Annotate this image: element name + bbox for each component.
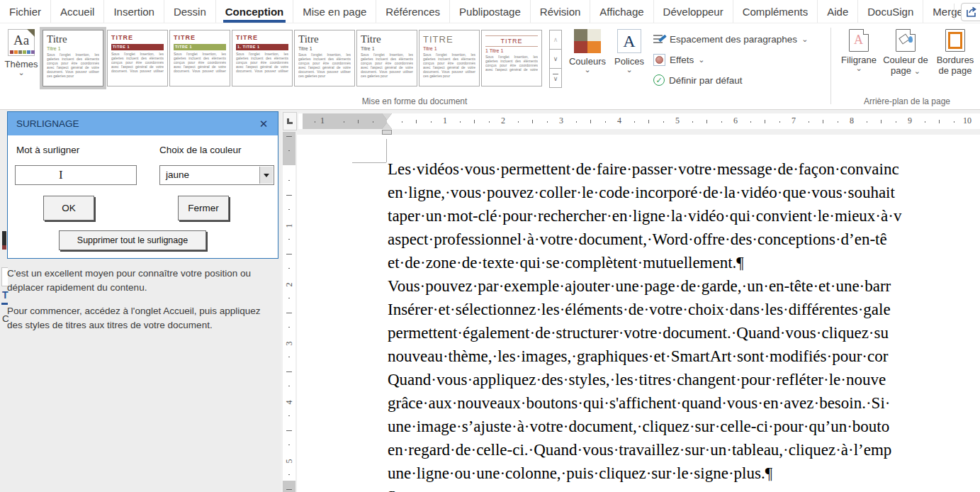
menu-tab-docusign[interactable]: DocuSign (858, 0, 923, 23)
nav-heading-fragment (2, 231, 6, 245)
horizontal-ruler[interactable]: 112345678910 (298, 113, 980, 129)
tab-stop-selector[interactable] (283, 112, 297, 130)
ruler-number: 8 (850, 116, 854, 126)
effets-button[interactable]: Effets ⌄ (653, 51, 705, 68)
color-dropdown[interactable]: jaune (159, 165, 274, 185)
ruler-tick (288, 268, 290, 269)
dialog-titlebar[interactable]: SURLIGNAGE (8, 112, 278, 135)
thumb-subtitle: TITRE 1 (111, 44, 164, 50)
word-to-highlight-input[interactable] (15, 165, 137, 185)
ribbon: Aa Thèmes ⌄ TitreTitre 1Sous l'onglet In… (0, 23, 980, 110)
effets-label: Effets (670, 55, 694, 65)
bordures-label-1: Bordures (933, 55, 978, 65)
close-icon[interactable]: ✕ (257, 117, 271, 131)
ruler-tick (576, 121, 577, 123)
ok-button[interactable]: OK (43, 196, 94, 220)
left-indent-marker[interactable] (382, 130, 392, 135)
style-set-5[interactable]: TitreTitre 1Sous l'onglet Insertion, les… (294, 30, 355, 86)
ruler-tick (489, 121, 490, 123)
share-button[interactable] (961, 3, 980, 21)
definir-label: Définir par défaut (669, 75, 743, 86)
ruler-tick (838, 121, 838, 123)
thumb-rule (485, 35, 538, 36)
menu-tab-conception[interactable]: Conception (216, 0, 294, 23)
couleur-de-page-button[interactable]: Couleur de page ⌄ (881, 29, 930, 76)
ruler-tick (416, 120, 417, 123)
style-set-8[interactable]: TITRE1 Titre 1Sous l'onglet Insertion, l… (481, 30, 542, 86)
bordures-label-2: de page (933, 65, 978, 76)
supprimer-surlignage-button[interactable]: Supprimer tout le surlignage (59, 230, 206, 250)
menu-tab-accueil[interactable]: Accueil (51, 0, 104, 23)
menu-tab-révision[interactable]: Révision (531, 0, 591, 23)
menu-tab-développeur[interactable]: Développeur (654, 0, 733, 23)
first-line-indent-marker[interactable] (382, 113, 392, 120)
color-choice-label: Choix de la couleur (159, 145, 242, 155)
style-set-6[interactable]: TitreTitre 1Sous l'onglet Insertion, les… (356, 30, 417, 86)
thumb-body: Sous l'onglet Insertion, les galeries in… (485, 55, 538, 72)
ruler-tick (706, 120, 707, 123)
page-color-icon (896, 29, 916, 52)
menu-tab-fichier[interactable]: Fichier (0, 0, 51, 23)
couleur-page-label-1: Couleur de (881, 55, 930, 65)
style-set-7[interactable]: TITRETitre 1Sous l'onglet Insertion, les… (419, 30, 480, 86)
style-set-1[interactable]: TitreTitre 1Sous l'onglet Insertion, les… (43, 30, 103, 86)
thumb-title: TITRE (174, 34, 226, 41)
themes-button[interactable]: Aa Thèmes ⌄ (4, 29, 38, 103)
word-window: FichierAccueilInsertionDessinConceptionM… (0, 0, 980, 492)
ruler-number: 1 (284, 220, 295, 228)
filigrane-button[interactable]: Filigrane ⌄ (839, 29, 879, 71)
chevron-down-icon: ⌄ (567, 67, 608, 72)
document-line: une·ligne·ou·une·colonne,·puis·cliquez·s… (388, 462, 980, 485)
ruler-number: 6 (733, 116, 738, 126)
ruler-tick (648, 120, 649, 123)
thumb-title: TITRE (236, 34, 288, 41)
chevron-down-icon: ∨ (553, 55, 558, 62)
nav-paragraph-1: C'est un excellent moyen pour connaître … (7, 267, 271, 295)
style-set-3[interactable]: TITRETITRE 1Sous l'onglet Insertion, les… (169, 30, 230, 86)
ruler-tick (288, 357, 290, 357)
thumb-body: Sous l'onglet Insertion, les galeries in… (174, 52, 226, 73)
menu-tab-références[interactable]: Références (376, 0, 450, 23)
gallery-down-button[interactable]: ∨ (549, 50, 562, 69)
ruler-tick (286, 313, 292, 313)
vertical-ruler[interactable]: 12345 (283, 132, 295, 492)
chevron-down-icon: ⌄ (4, 69, 38, 75)
ruler-tick (779, 121, 780, 123)
couleur-page-label-2: page (891, 65, 911, 76)
polices-button[interactable]: A Polices ⌄ (611, 29, 648, 72)
gallery-more-button[interactable]: ∨ (549, 69, 562, 88)
chevron-down-icon: ⌄ (801, 36, 808, 42)
menu-tab-dessin[interactable]: Dessin (164, 0, 216, 23)
document-line: nouveau·thème,·les·images,·graphiques·et… (388, 345, 980, 368)
hanging-indent-marker[interactable] (382, 123, 392, 129)
ruler-tick (288, 474, 290, 475)
ruler-tick (518, 121, 519, 123)
espacement-paragraphes-button[interactable]: Espacement des paragraphes ⌄ (653, 30, 808, 47)
nav-paragraph-2: Pour commencer, accédez à l'onglet Accue… (7, 304, 271, 332)
gallery-up-button[interactable]: ∧ (549, 30, 562, 50)
dropdown-arrow-icon[interactable] (259, 167, 273, 184)
ruler-tick (532, 120, 533, 123)
bordures-de-page-button[interactable]: Bordures de page (933, 29, 978, 76)
menu-tab-insertion[interactable]: Insertion (104, 0, 164, 23)
style-set-4[interactable]: TITRE1. TITRE 1Sous l'onglet Insertion, … (232, 30, 293, 86)
menu-tab-mise-en-page[interactable]: Mise en page (293, 0, 376, 23)
paragraph-spacing-icon (653, 33, 665, 45)
ruler-tick (286, 195, 292, 196)
document-line: Les·vidéos·vous·permettent·de·faire·pass… (388, 157, 980, 181)
document-text[interactable]: Les·vidéos·vous·permettent·de·faire·pass… (388, 157, 980, 492)
fermer-button[interactable]: Fermer (178, 196, 229, 220)
menu-tab-compléments[interactable]: Compléments (733, 0, 818, 23)
menu-tab-aide[interactable]: Aide (818, 0, 858, 23)
style-set-2[interactable]: TITRETITRE 1Sous l'onglet Insertion, les… (107, 30, 168, 86)
couleurs-button[interactable]: Couleurs ⌄ (567, 29, 608, 72)
menu-tab-publipostage[interactable]: Publipostage (450, 0, 531, 23)
ruler-tick (286, 371, 292, 372)
ruler-tick (765, 120, 765, 123)
divider (954, 4, 954, 20)
thumb-body: Sous l'onglet Insertion, les galeries in… (423, 52, 475, 78)
group-divider (830, 28, 831, 104)
definir-par-defaut-button[interactable]: ✓ Définir par défaut (653, 72, 743, 89)
ruler-tick (402, 121, 402, 123)
menu-tab-affichage[interactable]: Affichage (590, 0, 653, 23)
